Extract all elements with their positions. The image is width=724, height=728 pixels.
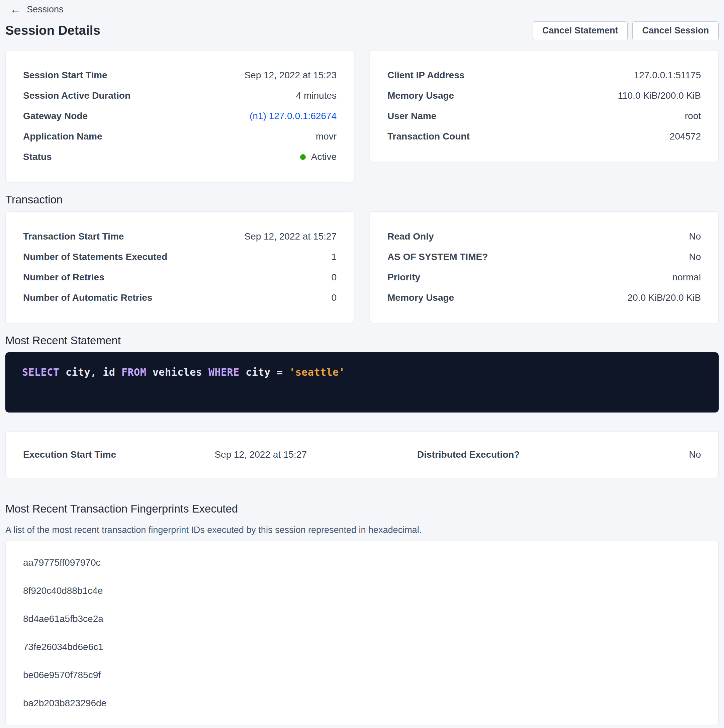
sql-text: city = [240,366,289,378]
fingerprints-section-description: A list of the most recent transaction fi… [5,524,719,535]
detail-value: No [689,231,701,242]
detail-label: Read Only [387,231,433,242]
detail-row: Number of Retries 0 [23,267,337,288]
detail-row: Status Active [23,147,337,167]
detail-row: Gateway Node (n1) 127.0.0.1:62674 [23,106,337,127]
fingerprint-list-item: ba2b203b823296de [6,689,718,717]
detail-value: root [685,111,701,121]
detail-row: Transaction Start Time Sep 12, 2022 at 1… [23,226,337,247]
status-active-dot-icon [300,154,306,160]
detail-label: Priority [387,272,420,283]
detail-value: movr [316,131,337,142]
detail-row: User Name root [387,106,701,127]
detail-value: 204572 [670,131,701,142]
detail-row: Session Start Time Sep 12, 2022 at 15:23 [23,65,337,86]
page-title: Session Details [5,23,100,38]
detail-label: Status [23,151,52,162]
sql-keyword: FROM [121,366,146,378]
detail-label: Gateway Node [23,111,88,121]
detail-row: Session Active Duration 4 minutes [23,86,337,106]
detail-row: Client IP Address 127.0.0.1:51175 [387,65,701,86]
cancel-session-button[interactable]: Cancel Session [632,21,719,40]
sql-text: city, id [59,366,121,378]
detail-value: 110.0 KiB/200.0 KiB [618,90,701,101]
fingerprint-list-item: be06e9570f785c9f [6,661,718,689]
sql-keyword: SELECT [22,366,59,378]
detail-value: 0 [331,292,337,303]
detail-label: Transaction Count [387,131,470,142]
detail-row: Application Name movr [23,127,337,147]
detail-value: Sep 12, 2022 at 15:27 [214,450,307,460]
fingerprint-list-item: 73fe26034bd6e6c1 [6,633,718,661]
detail-label: Client IP Address [387,70,464,81]
detail-label: Application Name [23,131,102,142]
sql-keyword: WHERE [208,366,240,378]
session-info-card-right: Client IP Address 127.0.0.1:51175 Memory… [370,50,719,162]
detail-value: 20.0 KiB/20.0 KiB [628,292,701,303]
detail-label: Memory Usage [387,90,454,101]
header-actions: Cancel Statement Cancel Session [533,21,719,40]
status-text: Active [311,151,337,162]
detail-row: Memory Usage 110.0 KiB/200.0 KiB [387,86,701,106]
detail-label: Session Start Time [23,70,107,81]
back-link-label: Sessions [27,5,64,15]
detail-value: No [689,252,701,262]
status-badge: Active [300,151,337,162]
session-info-card-left: Session Start Time Sep 12, 2022 at 15:23… [5,50,354,182]
detail-label: AS OF SYSTEM TIME? [387,252,488,262]
cancel-statement-button[interactable]: Cancel Statement [533,21,628,40]
transaction-card-right: Read Only No AS OF SYSTEM TIME? No Prior… [370,211,719,323]
fingerprint-list-item: 8d4ae61a5fb3ce2a [6,605,718,633]
statement-section-title: Most Recent Statement [5,334,719,347]
sql-string-literal: 'seattle' [289,366,345,378]
detail-label: Number of Statements Executed [23,252,167,262]
gateway-node-link[interactable]: (n1) 127.0.0.1:62674 [249,111,337,121]
detail-row: Distributed Execution? No [417,450,701,460]
detail-row: Transaction Count 204572 [387,127,701,147]
detail-label: Distributed Execution? [417,450,520,460]
arrow-left-icon: ← [10,4,21,15]
detail-label: User Name [387,111,436,121]
session-summary-row: Session Start Time Sep 12, 2022 at 15:23… [5,50,719,182]
transaction-cards-row: Transaction Start Time Sep 12, 2022 at 1… [5,211,719,323]
transaction-card-left: Transaction Start Time Sep 12, 2022 at 1… [5,211,354,323]
detail-label: Number of Retries [23,272,104,283]
fingerprints-card: aa79775ff097970c 8f920c40d88b1c4e 8d4ae6… [5,541,719,725]
detail-row: Number of Automatic Retries 0 [23,288,337,308]
page-header: Session Details Cancel Statement Cancel … [5,21,719,40]
detail-row: Priority normal [387,267,701,288]
detail-row: Number of Statements Executed 1 [23,247,337,267]
detail-value: normal [672,272,701,283]
sql-text: vehicles [146,366,208,378]
execution-card: Execution Start Time Sep 12, 2022 at 15:… [5,431,719,478]
detail-value: 1 [331,252,337,262]
detail-value: 127.0.0.1:51175 [634,70,701,81]
detail-value: 4 minutes [296,90,337,101]
back-to-sessions-link[interactable]: ← Sessions [5,0,64,15]
detail-label: Memory Usage [387,292,454,303]
fingerprints-section-title: Most Recent Transaction Fingerprints Exe… [5,502,719,515]
fingerprint-list-item: aa79775ff097970c [6,549,718,577]
fingerprint-list-item: 8f920c40d88b1c4e [6,577,718,605]
detail-row: Read Only No [387,226,701,247]
detail-value: Sep 12, 2022 at 15:27 [244,231,337,242]
detail-row: Memory Usage 20.0 KiB/20.0 KiB [387,288,701,308]
detail-value: Sep 12, 2022 at 15:23 [244,70,337,81]
statement-sql-box: SELECT city, id FROM vehicles WHERE city… [5,352,719,413]
detail-row: Execution Start Time Sep 12, 2022 at 15:… [23,450,307,460]
detail-label: Transaction Start Time [23,231,124,242]
detail-value: No [689,450,701,460]
transaction-section-title: Transaction [5,193,719,206]
detail-label: Number of Automatic Retries [23,292,152,303]
detail-label: Session Active Duration [23,90,130,101]
detail-label: Execution Start Time [23,450,116,460]
detail-row: AS OF SYSTEM TIME? No [387,247,701,267]
session-details-page: ← Sessions Session Details Cancel Statem… [0,0,724,725]
detail-value: 0 [331,272,337,283]
